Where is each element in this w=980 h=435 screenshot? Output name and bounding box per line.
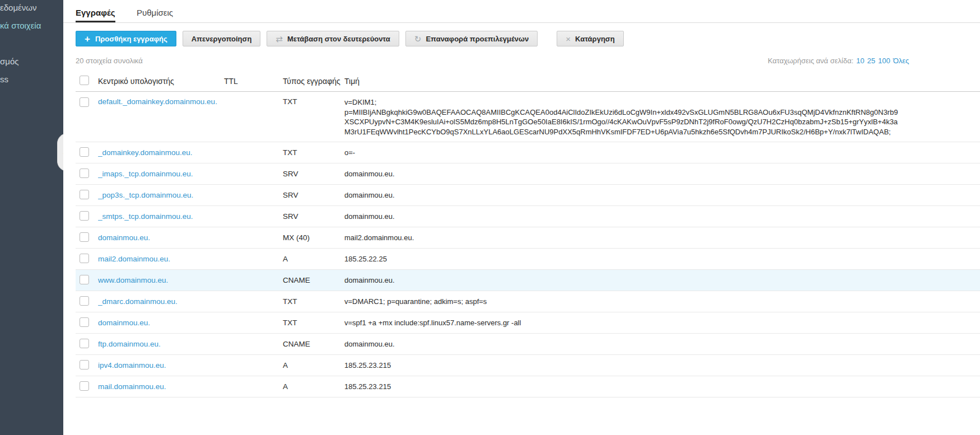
switch-to-secondary-label: Μετάβαση στον δευτερεύοντα xyxy=(287,35,390,43)
record-host-link[interactable]: _dmarc.domainmou.eu. xyxy=(98,297,178,306)
row-checkbox[interactable] xyxy=(80,97,89,107)
disable-button[interactable]: Απενεργοποίηση xyxy=(183,31,261,46)
row-checkbox[interactable] xyxy=(80,317,89,327)
restore-defaults-button[interactable]: ↻ Επαναφορά προεπιλεγμένων xyxy=(405,31,538,46)
record-host-link[interactable]: _domainkey.domainmou.eu. xyxy=(98,148,193,157)
record-type: A xyxy=(283,361,344,369)
record-value: domainmou.eu. xyxy=(344,169,980,179)
table-row: _pop3s._tcp.domainmou.eu.SRVdomainmou.eu… xyxy=(76,185,980,206)
per-page-100[interactable]: 100 xyxy=(878,57,890,65)
table-row: mail2.domainmou.eu.A185.25.22.25 xyxy=(76,249,980,270)
toolbar: + Προσθήκη εγγραφής Απενεργοποίηση ⇄ Μετ… xyxy=(76,31,980,46)
row-checkbox[interactable] xyxy=(80,296,89,306)
record-host-link[interactable]: ipv4.domainmou.eu. xyxy=(98,361,166,369)
record-value: v=spf1 +a +mx include:spf.linux57.name-s… xyxy=(344,318,980,328)
header-type: Τύπος εγγραφής xyxy=(283,77,344,86)
row-checkbox[interactable] xyxy=(80,275,89,284)
table-row: ftp.domainmou.eu.CNAMEdomainmou.eu. xyxy=(76,334,980,355)
row-checkbox[interactable] xyxy=(80,190,89,199)
record-host-link[interactable]: www.domainmou.eu. xyxy=(98,276,168,284)
row-checkbox[interactable] xyxy=(80,232,89,242)
add-record-button[interactable]: + Προσθήκη εγγραφής xyxy=(76,31,176,46)
record-type: SRV xyxy=(283,191,344,199)
table-row: default._domainkey.domainmou.eu.TXTv=DKI… xyxy=(76,92,980,142)
per-page-all[interactable]: Όλες xyxy=(893,57,909,65)
table-row: _imaps._tcp.domainmou.eu.SRVdomainmou.eu… xyxy=(76,163,980,185)
per-page-25[interactable]: 25 xyxy=(867,57,875,65)
record-type: CNAME xyxy=(283,340,344,348)
swap-arrows-icon: ⇄ xyxy=(276,35,283,43)
record-value: 185.25.23.215 xyxy=(344,382,980,392)
per-page-label: Καταχωρήσεις ανά σελίδα: xyxy=(768,57,853,65)
table-header-row: Κεντρικό υπολογιστής TTL Τύπος εγγραφής … xyxy=(76,71,980,92)
per-page-10[interactable]: 10 xyxy=(856,57,864,65)
disable-label: Απενεργοποίηση xyxy=(192,35,252,43)
record-value: v=DKIM1;p=MIIBIjANBgkqhkiG9w0BAQEFAAOCAQ… xyxy=(344,97,980,137)
record-host-link[interactable]: ftp.domainmou.eu. xyxy=(98,340,161,348)
sidebar-item-access[interactable]: ss xyxy=(0,74,63,84)
dns-records-page: Εγγραφές Ρυθμίσεις + Προσθήκη εγγραφής Α… xyxy=(63,0,980,435)
record-value: o=- xyxy=(344,148,980,158)
row-checkbox[interactable] xyxy=(80,147,89,157)
remove-label: Κατάργηση xyxy=(575,35,615,43)
remove-button[interactable]: × Κατάργηση xyxy=(557,31,623,46)
row-checkbox[interactable] xyxy=(80,381,89,391)
record-type: TXT xyxy=(283,148,344,157)
record-value: domainmou.eu. xyxy=(344,339,980,349)
record-value: v=DMARC1; p=quarantine; adkim=s; aspf=s xyxy=(344,297,980,307)
table-body: default._domainkey.domainmou.eu.TXTv=DKI… xyxy=(76,92,980,397)
dns-records-table: Κεντρικό υπολογιστής TTL Τύπος εγγραφής … xyxy=(76,71,980,397)
tab-records[interactable]: Εγγραφές xyxy=(76,8,115,22)
record-type: TXT xyxy=(283,297,344,306)
table-row: _dmarc.domainmou.eu.TXTv=DMARC1; p=quara… xyxy=(76,291,980,312)
table-row: mail.domainmou.eu.A185.25.23.215 xyxy=(76,376,980,397)
table-row: domainmou.eu.TXTv=spf1 +a +mx include:sp… xyxy=(76,312,980,334)
switch-to-secondary-button[interactable]: ⇄ Μετάβαση στον δευτερεύοντα xyxy=(267,31,399,46)
header-host: Κεντρικό υπολογιστής xyxy=(98,77,224,86)
tab-bar: Εγγραφές Ρυθμίσεις xyxy=(63,0,980,23)
row-checkbox[interactable] xyxy=(80,360,89,369)
record-value: 185.25.22.25 xyxy=(344,254,980,264)
select-all-checkbox[interactable] xyxy=(80,76,89,85)
record-host-link[interactable]: _pop3s._tcp.domainmou.eu. xyxy=(98,191,193,199)
add-record-label: Προσθήκη εγγραφής xyxy=(95,35,167,43)
sidebar-item-account[interactable]: σμός xyxy=(0,57,63,66)
record-type: TXT xyxy=(283,97,344,106)
record-value: mail2.domainmou.eu. xyxy=(344,233,980,243)
table-row: _smtps._tcp.domainmou.eu.SRVdomainmou.eu… xyxy=(76,206,980,227)
record-value: 185.25.23.215 xyxy=(344,361,980,371)
record-host-link[interactable]: _smtps._tcp.domainmou.eu. xyxy=(98,212,193,221)
record-host-link[interactable]: mail2.domainmou.eu. xyxy=(98,255,170,263)
table-row: www.domainmou.eu.CNAMEdomainmou.eu. xyxy=(76,270,980,291)
x-icon: × xyxy=(566,35,571,43)
table-row: _domainkey.domainmou.eu.TXTo=- xyxy=(76,142,980,163)
tab-settings[interactable]: Ρυθμίσεις xyxy=(137,8,173,22)
record-host-link[interactable]: mail.domainmou.eu. xyxy=(98,382,166,391)
row-checkbox[interactable] xyxy=(80,339,89,348)
record-value: domainmou.eu. xyxy=(344,275,980,286)
record-type: TXT xyxy=(283,319,344,327)
record-type: SRV xyxy=(283,170,344,178)
record-host-link[interactable]: domainmou.eu. xyxy=(98,319,150,327)
restore-defaults-label: Επαναφορά προεπιλεγμένων xyxy=(426,35,529,43)
record-type: A xyxy=(283,382,344,391)
plus-icon: + xyxy=(85,34,90,44)
record-type: SRV xyxy=(283,212,344,221)
record-host-link[interactable]: _imaps._tcp.domainmou.eu. xyxy=(98,170,193,178)
pagination: Καταχωρήσεις ανά σελίδα:1025100Όλες xyxy=(768,57,909,65)
record-value: domainmou.eu. xyxy=(344,212,980,222)
record-host-link[interactable]: domainmou.eu. xyxy=(98,233,150,242)
row-checkbox[interactable] xyxy=(80,211,89,221)
record-host-link[interactable]: default._domainkey.domainmou.eu. xyxy=(98,97,217,106)
record-type: MX (40) xyxy=(283,233,344,242)
row-checkbox[interactable] xyxy=(80,169,89,178)
sidebar-item-statistics[interactable]: κά στοιχεία xyxy=(0,21,63,30)
header-ttl: TTL xyxy=(224,77,283,86)
record-value: domainmou.eu. xyxy=(344,190,980,200)
header-value: Τιμή xyxy=(344,77,980,86)
row-checkbox[interactable] xyxy=(80,254,89,263)
sidebar-item-data-usage[interactable]: εδομένων xyxy=(0,3,63,12)
list-meta: 20 στοιχεία συνολικά Καταχωρήσεις ανά σε… xyxy=(76,57,980,66)
record-type: A xyxy=(283,255,344,263)
refresh-icon: ↻ xyxy=(414,35,422,43)
